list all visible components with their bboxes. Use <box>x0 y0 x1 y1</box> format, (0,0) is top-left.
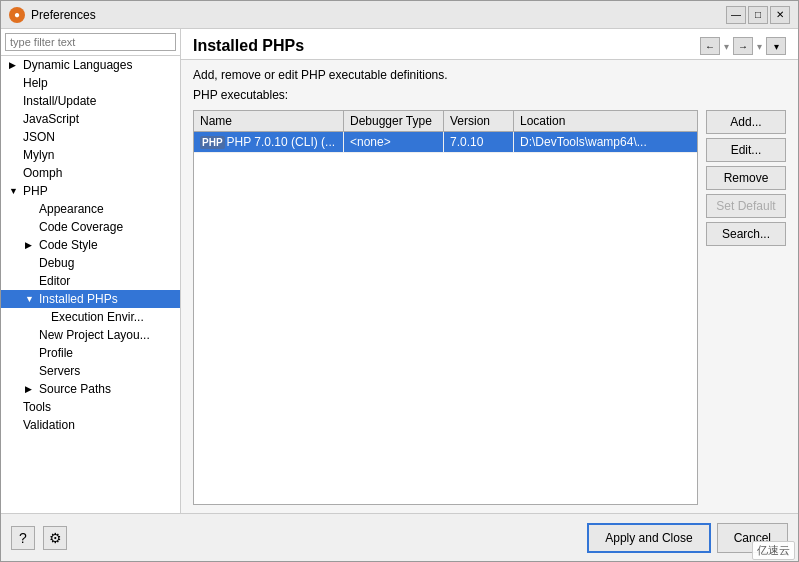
sidebar-item-mylyn[interactable]: Mylyn <box>1 146 180 164</box>
sidebar-item-oomph[interactable]: Oomph <box>1 164 180 182</box>
sidebar-item-label: JavaScript <box>23 112 79 126</box>
window-controls: — □ ✕ <box>726 6 790 24</box>
help-icon: ? <box>19 530 27 546</box>
sidebar-item-label: Dynamic Languages <box>23 58 132 72</box>
sidebar-item-profile[interactable]: Profile <box>1 344 180 362</box>
table-row[interactable]: PHP PHP 7.0.10 (CLI) (... <none> 7.0.10 … <box>194 132 697 153</box>
sidebar-item-install-update[interactable]: Install/Update <box>1 92 180 110</box>
sidebar-item-label: PHP <box>23 184 48 198</box>
panel-title: Installed PHPs <box>193 37 304 55</box>
help-icon-button[interactable]: ? <box>11 526 35 550</box>
sidebar-item-label: JSON <box>23 130 55 144</box>
close-button[interactable]: ✕ <box>770 6 790 24</box>
sidebar-item-label: Tools <box>23 400 51 414</box>
sidebar-item-label: New Project Layou... <box>39 328 150 342</box>
sidebar-item-servers[interactable]: Servers <box>1 362 180 380</box>
cell-location: D:\DevTools\wamp64\... <box>514 132 697 152</box>
panel-header: Installed PHPs ← ▾ → ▾ ▾ <box>181 29 798 60</box>
tree-container: ▶ Dynamic Languages Help Install/Update … <box>1 56 180 513</box>
settings-icon-button[interactable]: ⚙ <box>43 526 67 550</box>
sidebar-item-label: Editor <box>39 274 70 288</box>
bottom-left: ? ⚙ <box>11 526 67 550</box>
table-body: PHP PHP 7.0.10 (CLI) (... <none> 7.0.10 … <box>194 132 697 504</box>
sidebar: ▶ Dynamic Languages Help Install/Update … <box>1 29 181 513</box>
panel-body: Add, remove or edit PHP executable defin… <box>181 60 798 513</box>
sidebar-item-label: Code Coverage <box>39 220 123 234</box>
filter-input[interactable] <box>5 33 176 51</box>
sidebar-item-label: Appearance <box>39 202 104 216</box>
panel-description: Add, remove or edit PHP executable defin… <box>193 68 786 82</box>
minimize-button[interactable]: — <box>726 6 746 24</box>
sidebar-item-label: Installed PHPs <box>39 292 118 306</box>
nav-separator: ▾ <box>724 41 729 52</box>
sidebar-item-label: Debug <box>39 256 74 270</box>
sidebar-item-label: Execution Envir... <box>51 310 144 324</box>
col-header-name: Name <box>194 111 344 131</box>
main-content: ▶ Dynamic Languages Help Install/Update … <box>1 29 798 513</box>
cell-debugger: <none> <box>344 132 444 152</box>
sidebar-item-label: Source Paths <box>39 382 111 396</box>
cell-version: 7.0.10 <box>444 132 514 152</box>
panel-sublabel: PHP executables: <box>193 88 786 102</box>
back-button[interactable]: ← <box>700 37 720 55</box>
table-buttons: Add... Edit... Remove Set Default Search… <box>706 110 786 505</box>
sidebar-item-php[interactable]: ▼ PHP <box>1 182 180 200</box>
sidebar-item-installed-phps[interactable]: ▼ Installed PHPs <box>1 290 180 308</box>
app-icon: ● <box>9 7 25 23</box>
settings-icon: ⚙ <box>49 530 62 546</box>
bottom-bar: ? ⚙ Apply and Close Cancel <box>1 513 798 561</box>
sidebar-item-debug[interactable]: Debug <box>1 254 180 272</box>
sidebar-item-validation[interactable]: Validation <box>1 416 180 434</box>
sidebar-item-editor[interactable]: Editor <box>1 272 180 290</box>
right-panel: Installed PHPs ← ▾ → ▾ ▾ Add, remove or … <box>181 29 798 513</box>
title-bar-left: ● Preferences <box>9 7 96 23</box>
set-default-button[interactable]: Set Default <box>706 194 786 218</box>
cell-name-text: PHP 7.0.10 (CLI) (... <box>227 135 336 149</box>
remove-button[interactable]: Remove <box>706 166 786 190</box>
arrow-icon: ▶ <box>25 384 37 394</box>
preferences-window: ● Preferences — □ ✕ ▶ Dynamic Languages <box>0 0 799 562</box>
maximize-button[interactable]: □ <box>748 6 768 24</box>
sidebar-item-help[interactable]: Help <box>1 74 180 92</box>
php-icon: PHP <box>200 136 225 149</box>
arrow-icon: ▼ <box>25 294 37 304</box>
sidebar-item-appearance[interactable]: Appearance <box>1 200 180 218</box>
table-area: Name Debugger Type Version Location PHP … <box>193 110 786 505</box>
php-table: Name Debugger Type Version Location PHP … <box>193 110 698 505</box>
edit-button[interactable]: Edit... <box>706 138 786 162</box>
sidebar-item-label: Mylyn <box>23 148 54 162</box>
sidebar-item-javascript[interactable]: JavaScript <box>1 110 180 128</box>
sidebar-item-label: Validation <box>23 418 75 432</box>
sidebar-item-label: Install/Update <box>23 94 96 108</box>
forward-button[interactable]: → <box>733 37 753 55</box>
sidebar-item-execution-envir[interactable]: Execution Envir... <box>1 308 180 326</box>
nav-menu-button[interactable]: ▾ <box>766 37 786 55</box>
add-button[interactable]: Add... <box>706 110 786 134</box>
col-header-location: Location <box>514 111 697 131</box>
filter-box <box>1 29 180 56</box>
sidebar-item-tools[interactable]: Tools <box>1 398 180 416</box>
sidebar-item-code-coverage[interactable]: Code Coverage <box>1 218 180 236</box>
sidebar-item-new-project-layout[interactable]: New Project Layou... <box>1 326 180 344</box>
apply-close-button[interactable]: Apply and Close <box>587 523 710 553</box>
title-bar: ● Preferences — □ ✕ <box>1 1 798 29</box>
sidebar-item-json[interactable]: JSON <box>1 128 180 146</box>
arrow-icon: ▶ <box>9 60 21 70</box>
sidebar-item-label: Servers <box>39 364 80 378</box>
cell-name: PHP PHP 7.0.10 (CLI) (... <box>194 132 344 152</box>
sidebar-item-label: Profile <box>39 346 73 360</box>
sidebar-item-dynamic-languages[interactable]: ▶ Dynamic Languages <box>1 56 180 74</box>
window-title: Preferences <box>31 8 96 22</box>
sidebar-item-source-paths[interactable]: ▶ Source Paths <box>1 380 180 398</box>
sidebar-item-code-style[interactable]: ▶ Code Style <box>1 236 180 254</box>
sidebar-item-label: Oomph <box>23 166 62 180</box>
search-button[interactable]: Search... <box>706 222 786 246</box>
col-header-version: Version <box>444 111 514 131</box>
table-header: Name Debugger Type Version Location <box>194 111 697 132</box>
watermark: 亿速云 <box>752 541 795 560</box>
nav-separator2: ▾ <box>757 41 762 52</box>
sidebar-item-label: Code Style <box>39 238 98 252</box>
arrow-icon: ▼ <box>9 186 21 196</box>
col-header-debugger: Debugger Type <box>344 111 444 131</box>
nav-arrows: ← ▾ → ▾ ▾ <box>700 37 786 55</box>
